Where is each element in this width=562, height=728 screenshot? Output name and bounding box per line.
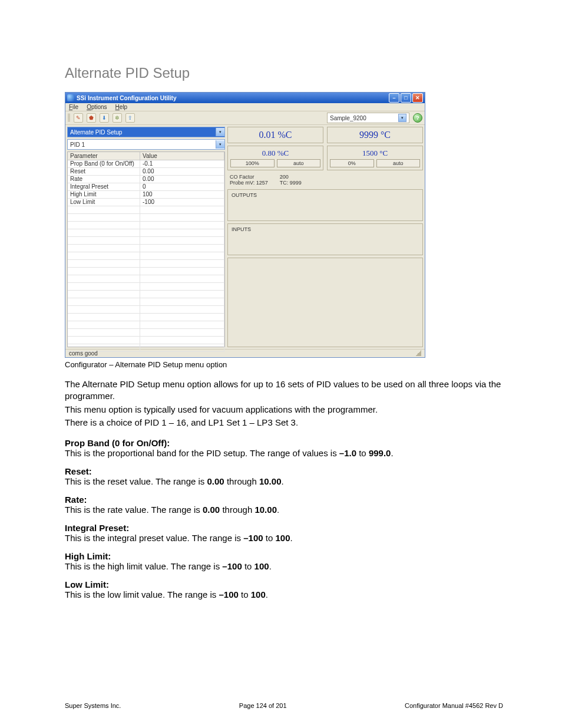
inputs-box: INPUTS bbox=[227, 223, 423, 255]
app-icon bbox=[67, 94, 74, 101]
minimize-button[interactable]: – bbox=[389, 93, 399, 103]
param-value: 0 bbox=[140, 183, 224, 191]
param-value: -100 bbox=[140, 199, 224, 206]
param-name: Prop Band (0 for On/Off) bbox=[68, 160, 140, 168]
maximize-button[interactable]: □ bbox=[401, 93, 411, 103]
section-combo[interactable]: Alternate PID Setup ▾ bbox=[67, 127, 225, 137]
param-name: Low Limit bbox=[68, 199, 140, 206]
intro-3: There is a choice of PID 1 – 16, and LP1… bbox=[65, 417, 503, 429]
intro-1: The Alternate PID Setup menu option allo… bbox=[65, 378, 503, 403]
param-name: Integral Preset bbox=[68, 183, 140, 191]
definition-title: Rate: bbox=[65, 495, 503, 505]
definition-body: This is the integral preset value. The r… bbox=[65, 533, 503, 543]
status-text: coms good bbox=[69, 350, 98, 357]
probe-mv-label: Probe mV: 1257 bbox=[230, 180, 268, 186]
definition-title: Reset: bbox=[65, 466, 503, 476]
param-value: 0.00 bbox=[140, 176, 224, 183]
pv2-value: 9999 °C bbox=[330, 130, 420, 140]
definition-body: This is the proportional band for the PI… bbox=[65, 448, 503, 458]
resize-grip-icon[interactable] bbox=[415, 350, 421, 356]
definition-body: This is the low limit value. The range i… bbox=[65, 589, 503, 599]
table-row[interactable]: Low Limit-100 bbox=[68, 199, 224, 206]
app-window: SSi Instrument Configuration Utility – □… bbox=[65, 92, 425, 358]
blank-panel bbox=[227, 258, 423, 347]
menu-help[interactable]: Help bbox=[115, 104, 128, 110]
figure-caption: Configurator – Alternate PID Setup menu … bbox=[65, 360, 503, 369]
pv1-value: 0.01 %C bbox=[230, 130, 320, 140]
definition-body: This is the reset value. The range is 0.… bbox=[65, 476, 503, 486]
menu-file[interactable]: File bbox=[69, 104, 78, 110]
footer-center: Page 124 of 201 bbox=[239, 702, 287, 709]
footer-right: Configurator Manual #4562 Rev D bbox=[405, 702, 503, 709]
gear-icon[interactable]: ✲ bbox=[113, 113, 122, 123]
pid-combo[interactable]: PID 1 ▾ bbox=[67, 139, 225, 150]
outputs-box: OUTPUTS bbox=[227, 189, 423, 221]
co-factor-label: CO Factor bbox=[230, 174, 254, 180]
sp1-auto-button[interactable]: auto bbox=[277, 159, 321, 167]
chevron-down-icon[interactable]: ▾ bbox=[216, 140, 224, 149]
col-value: Value bbox=[140, 152, 224, 160]
sample-selector[interactable]: Sample_9200 ▾ bbox=[327, 113, 409, 123]
close-button[interactable]: ✕ bbox=[412, 93, 423, 103]
pv2-box: 9999 °C bbox=[327, 127, 423, 143]
pid-combo-value: PID 1 bbox=[68, 141, 216, 148]
co-factor-value: 200 bbox=[280, 174, 289, 180]
param-name: Reset bbox=[68, 168, 140, 176]
titlebar: SSi Instrument Configuration Utility – □… bbox=[65, 93, 425, 103]
table-row[interactable]: High Limit100 bbox=[68, 191, 224, 199]
download-icon[interactable]: ⬇ bbox=[100, 113, 109, 123]
sp2-percent-button[interactable]: 0% bbox=[330, 159, 374, 167]
table-row[interactable]: Rate0.00 bbox=[68, 176, 224, 183]
sp1-percent-button[interactable]: 100% bbox=[230, 159, 275, 167]
page-footer: Super Systems Inc. Page 124 of 201 Confi… bbox=[65, 702, 503, 709]
col-parameter: Parameter bbox=[68, 152, 140, 160]
definition-title: Integral Preset: bbox=[65, 523, 503, 533]
definition-body: This is the high limit value. The range … bbox=[65, 561, 503, 571]
param-name: Rate bbox=[68, 176, 140, 183]
sp1-box: 0.80 %C 100% auto bbox=[227, 146, 323, 170]
info-row: CO Factor Probe mV: 1257 200 TC: 9999 bbox=[227, 173, 423, 187]
menubar: File Options Help bbox=[65, 103, 425, 111]
chevron-down-icon[interactable]: ▾ bbox=[398, 114, 406, 122]
definition-title: Low Limit: bbox=[65, 579, 503, 589]
table-row[interactable]: Integral Preset0 bbox=[68, 183, 224, 191]
outputs-label: OUTPUTS bbox=[232, 192, 257, 198]
parameter-table: Parameter Value Prop Band (0 for On/Off)… bbox=[67, 151, 225, 347]
table-row[interactable]: Reset0.00 bbox=[68, 168, 224, 176]
toolbar-grip bbox=[68, 114, 70, 122]
stop-icon[interactable]: ⬟ bbox=[87, 113, 96, 123]
page-heading: Alternate PID Setup bbox=[65, 65, 503, 81]
param-name: High Limit bbox=[68, 191, 140, 199]
sample-value: Sample_9200 bbox=[330, 115, 366, 121]
param-value: 0.00 bbox=[140, 168, 224, 176]
sp1-value: 0.80 %C bbox=[230, 149, 320, 158]
intro-2: This menu option is typically used for v… bbox=[65, 404, 503, 416]
definition-body: This is the rate value. The range is 0.0… bbox=[65, 505, 503, 515]
tc-label: TC: 9999 bbox=[280, 180, 302, 186]
footer-left: Super Systems Inc. bbox=[65, 702, 121, 709]
chevron-down-icon[interactable]: ▾ bbox=[216, 128, 224, 136]
table-row[interactable]: Prop Band (0 for On/Off)-0.1 bbox=[68, 160, 224, 168]
help-icon[interactable]: ? bbox=[413, 113, 422, 123]
connect-icon[interactable]: ✎ bbox=[74, 113, 83, 123]
menu-options[interactable]: Options bbox=[87, 104, 107, 110]
pv1-box: 0.01 %C bbox=[227, 127, 323, 143]
window-title: SSi Instrument Configuration Utility bbox=[77, 95, 176, 101]
param-value: 100 bbox=[140, 191, 224, 199]
definition-title: Prop Band (0 for On/Off): bbox=[65, 438, 503, 448]
param-value: -0.1 bbox=[140, 160, 224, 168]
sp2-box: 1500 °C 0% auto bbox=[327, 146, 423, 170]
sp2-value: 1500 °C bbox=[330, 149, 420, 158]
sp2-auto-button[interactable]: auto bbox=[376, 159, 421, 167]
toolbar: ✎ ⬟ ⬇ ✲ ⇪ Sample_9200 ▾ ? bbox=[65, 111, 425, 125]
inputs-label: INPUTS bbox=[232, 226, 251, 232]
definition-title: High Limit: bbox=[65, 551, 503, 561]
section-combo-value: Alternate PID Setup bbox=[68, 129, 216, 136]
upload-icon[interactable]: ⇪ bbox=[125, 113, 135, 123]
